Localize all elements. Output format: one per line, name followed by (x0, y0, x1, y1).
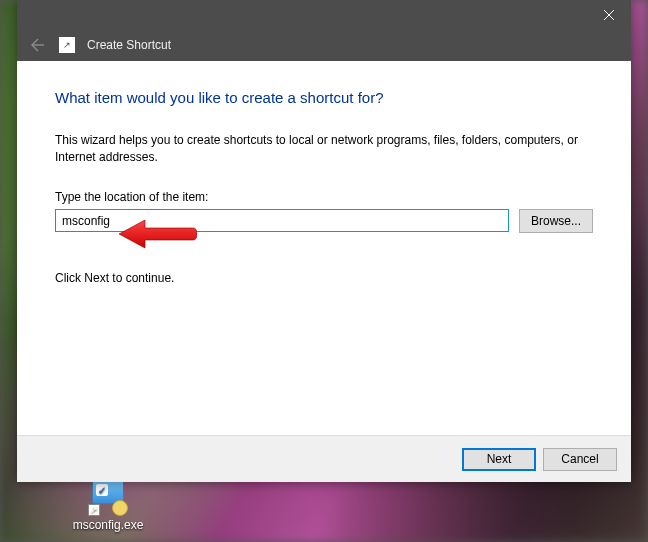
location-input[interactable] (55, 209, 509, 232)
back-button (25, 34, 47, 56)
desktop-icon-label: msconfig.exe (72, 518, 144, 532)
dialog-content: What item would you like to create a sho… (17, 61, 631, 435)
dialog-footer: Next Cancel (17, 435, 631, 482)
next-button[interactable]: Next (462, 448, 536, 471)
location-label: Type the location of the item: (55, 190, 593, 204)
breadcrumb: ↗ Create Shortcut (17, 29, 631, 61)
browse-button[interactable]: Browse... (519, 209, 593, 233)
close-icon (603, 9, 615, 21)
titlebar[interactable] (17, 0, 631, 29)
cancel-button[interactable]: Cancel (543, 448, 617, 471)
window-title: Create Shortcut (87, 38, 171, 52)
close-button[interactable] (586, 0, 631, 29)
back-arrow-icon (28, 37, 44, 53)
create-shortcut-dialog: ↗ Create Shortcut What item would you li… (17, 0, 631, 482)
desktop-shortcut-icon[interactable]: ✓ ↗ msconfig.exe (72, 476, 144, 532)
msconfig-icon: ✓ ↗ (88, 476, 128, 516)
page-description: This wizard helps you to create shortcut… (55, 132, 593, 166)
continue-hint: Click Next to continue. (55, 271, 593, 285)
page-heading: What item would you like to create a sho… (55, 89, 593, 106)
shortcut-wizard-icon: ↗ (59, 37, 75, 53)
